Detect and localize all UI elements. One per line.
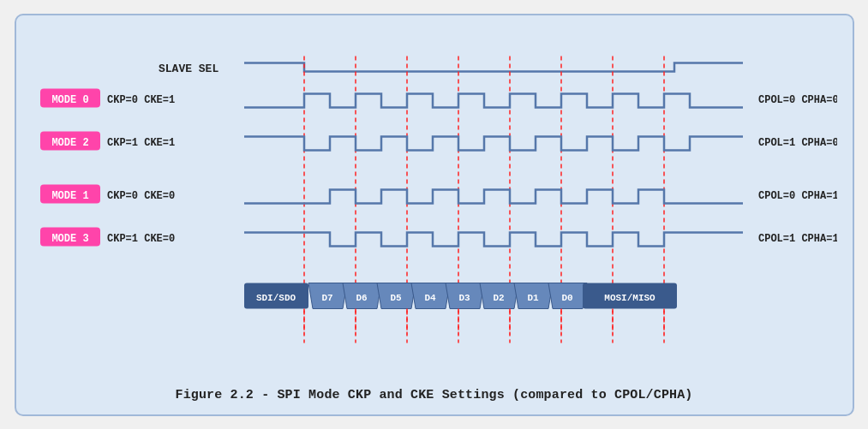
- mode2-badge: MODE 2: [51, 136, 88, 148]
- waveform-svg: SLAVE SEL MODE 0 CKP=0 CKE=1 CPOL=0 CPHA…: [32, 31, 837, 381]
- mode0-params: CKP=0 CKE=1: [107, 93, 175, 105]
- d4-cell: D4: [424, 292, 436, 302]
- mode2-params: CKP=1 CKE=1: [107, 136, 175, 148]
- d6-cell: D6: [356, 292, 367, 302]
- diagram-area: SLAVE SEL MODE 0 CKP=0 CKE=1 CPOL=0 CPHA…: [32, 31, 837, 381]
- d3-cell: D3: [458, 292, 470, 302]
- mosi-miso-label: MOSI/MISO: [604, 292, 655, 302]
- mode2-cpol: CPOL=1 CPHA=0: [758, 136, 837, 148]
- mode3-params: CKP=1 CKE=0: [107, 232, 175, 244]
- d1-cell: D1: [527, 292, 539, 302]
- mode1-cpol: CPOL=0 CPHA=1: [758, 189, 837, 201]
- d7-cell: D7: [321, 292, 332, 302]
- mode0-cpol: CPOL=0 CPHA=0: [758, 93, 837, 105]
- svg-rect-0: [32, 39, 837, 372]
- d0-cell: D0: [561, 292, 572, 302]
- mode3-cpol: CPOL=1 CPHA=1: [758, 232, 837, 244]
- slave-sel-label: SLAVE SEL: [159, 62, 218, 74]
- d2-cell: D2: [493, 292, 504, 302]
- mode0-badge: MODE 0: [51, 93, 88, 105]
- mode3-badge: MODE 3: [51, 232, 88, 244]
- diagram-container: SLAVE SEL MODE 0 CKP=0 CKE=1 CPOL=0 CPHA…: [15, 14, 854, 416]
- mode1-badge: MODE 1: [51, 189, 88, 201]
- mode1-params: CKP=0 CKE=0: [107, 189, 175, 201]
- sdi-sdo-label: SDI/SDO: [255, 292, 296, 302]
- figure-caption: Figure 2.2 - SPI Mode CKP and CKE Settin…: [32, 381, 837, 406]
- d5-cell: D5: [390, 292, 402, 302]
